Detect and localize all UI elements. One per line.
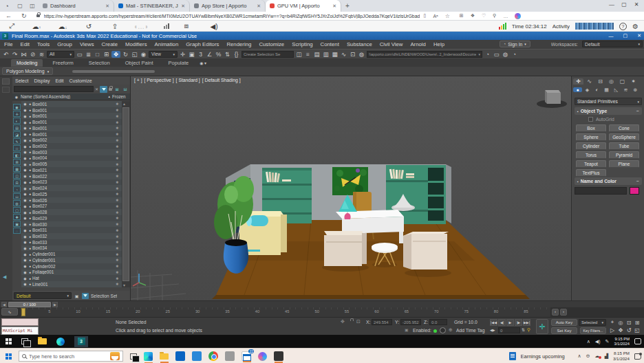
x-coordinate-field[interactable]: 249.554 [372, 319, 392, 325]
list-item[interactable]: ◉ ● Box001 ✱ [21, 107, 122, 113]
selection-set-key-select[interactable]: Selected▾ [579, 319, 606, 326]
workspace-icon[interactable]: ▢ [14, 3, 26, 9]
primitive-button[interactable]: Pyramid [609, 151, 639, 159]
bing-daily-icon[interactable] [110, 352, 120, 360]
tab-close-icon[interactable]: ✕ [105, 3, 109, 9]
menu-item[interactable]: Tools [37, 41, 50, 47]
viewport-scene[interactable] [131, 76, 571, 300]
host-start-button[interactable] [6, 353, 12, 360]
vm-edge-icon[interactable] [56, 338, 65, 346]
toolbar-icon[interactable]: ▥ [321, 51, 330, 58]
visibility-eye-icon[interactable]: ◉ [23, 198, 28, 202]
visibility-eye-icon[interactable]: ◉ [23, 180, 28, 184]
primitive-category-select[interactable]: Standard Primitives ▾ [575, 98, 642, 105]
menu-item[interactable]: Animation [155, 41, 179, 47]
polygon-modeling-panel[interactable]: Polygon Modeling▾ [2, 67, 53, 75]
list-item[interactable]: ◉ ● Line001 ✱ [21, 281, 122, 287]
toolbar-icon[interactable]: ⋈ [19, 51, 28, 58]
host-copilot-icon[interactable] [258, 352, 267, 361]
list-item[interactable]: ◉ ● Box001 ✱ [21, 101, 122, 107]
explorer-tool-icon[interactable]: ◉ [13, 104, 21, 110]
list-item[interactable]: ◉ ● Box002 ✱ [21, 143, 122, 149]
list-item[interactable]: ◉ ● Box001 ✱ [21, 125, 122, 131]
host-printer-icon[interactable] [225, 351, 235, 361]
autogrid-checkbox[interactable] [588, 117, 593, 122]
explorer-tool-icon[interactable]: ◔ [13, 186, 21, 192]
frozen-toggle-icon[interactable]: ✱ [112, 114, 122, 118]
menu-item[interactable]: Civil View [380, 41, 403, 47]
zoom-icon[interactable]: ⌖ [608, 319, 616, 326]
host-file-explorer-icon[interactable] [160, 353, 169, 360]
systems-icon[interactable]: ⊛ [631, 87, 640, 93]
time-slider-thumb[interactable]: 0 / 100 [8, 302, 51, 307]
widgets-headline[interactable]: Earnings upcoming [521, 353, 573, 360]
list-item[interactable]: ◉ ● Cylinder001 ✱ [21, 251, 122, 257]
performance-icon[interactable] [164, 23, 169, 29]
menu-item[interactable]: Arnold [410, 41, 426, 47]
list-item[interactable]: ◉ ● Box025 ✱ [21, 191, 122, 197]
menu-item[interactable]: Graph Editors [186, 41, 219, 47]
pick-parent-icon[interactable]: ⊞ [114, 87, 120, 91]
explorer-column-headers[interactable]: ◉ Name (Sorted Ascending) ▲ Frozen [12, 94, 130, 100]
track-bar-ruler[interactable]: 510152025303540455055606570758085 [21, 307, 550, 317]
url-text[interactable]: https://nv-hyperstream.apporto.com/hyper… [44, 14, 420, 19]
list-item[interactable]: ◉ ● Box021 ✱ [21, 167, 122, 173]
vertical-tabs-icon[interactable]: ◫ [26, 3, 39, 9]
track-bar[interactable]: ∿ 510152025303540455055606570758085 ‹ › [0, 307, 644, 317]
object-name-input[interactable] [575, 187, 627, 195]
filter-funnel-icon[interactable] [100, 86, 107, 93]
refresh-icon[interactable]: ↻ [21, 12, 27, 19]
primitive-button[interactable]: Tube [609, 142, 639, 150]
settings-gear-icon[interactable]: ⚙ [632, 23, 638, 30]
menu-item[interactable]: Group [57, 41, 72, 47]
toolbar-icon[interactable]: ◍ [357, 51, 366, 58]
menu-item[interactable]: File [4, 41, 13, 47]
selection-filter-select[interactable]: All▾ [47, 51, 74, 58]
playback-button[interactable]: |▶ [515, 319, 522, 326]
zoom-all-icon[interactable]: ◎ [616, 320, 625, 326]
enabled-indicator[interactable] [433, 329, 437, 333]
ribbon-tab[interactable]: Object Paint [120, 59, 159, 67]
helpers-icon[interactable]: ◺ [612, 87, 621, 93]
host-teams-icon[interactable]: ⊖ [586, 353, 590, 359]
toolbar-icon[interactable]: ⇅ [223, 51, 232, 58]
field-of-view-icon[interactable]: ▷ [608, 327, 616, 333]
browser-tab[interactable]: GPU VM | Apporto ✕ [266, 0, 341, 12]
visibility-eye-icon[interactable]: ◉ [23, 138, 28, 142]
list-item[interactable]: ◉ ● Hat ✱ [21, 275, 122, 281]
explorer-tool-icon[interactable]: ◧ [13, 152, 21, 158]
max-restore-button[interactable]: ▢ [623, 33, 628, 38]
toolbar-icon[interactable]: ≡ [303, 51, 312, 58]
frozen-toggle-icon[interactable]: ✱ [112, 210, 122, 214]
time-tag-icon[interactable]: ⊕ [449, 327, 453, 333]
list-item[interactable]: ◉ ● Box027 ✱ [21, 203, 122, 209]
fullscreen-icon[interactable]: ⤢ [0, 22, 23, 30]
frozen-toggle-icon[interactable]: ✱ [112, 222, 122, 226]
selection-set-select[interactable]: Default ▾ [14, 292, 72, 299]
list-item[interactable]: ◉ ● Box034 ✱ [21, 245, 122, 252]
list-item[interactable]: ◉ ● Cylinder001 ✱ [21, 257, 122, 263]
explorer-tool-icon[interactable]: ◍ [13, 200, 21, 206]
browser-tab[interactable]: App Store | Apporto ✕ [190, 0, 266, 12]
explorer-tool-icon[interactable]: ◌ [13, 228, 21, 234]
tab-close-icon[interactable]: ✕ [257, 3, 261, 9]
menu-item[interactable]: Customize [259, 41, 284, 47]
key-filters-button[interactable]: Key Filters... [580, 327, 606, 334]
ribbon-tab[interactable]: Selection [83, 59, 116, 67]
visibility-eye-icon[interactable]: ◉ [23, 228, 28, 232]
visibility-eye-icon[interactable]: ◉ [23, 258, 28, 262]
pick-child-icon[interactable]: ⊟ [122, 87, 129, 91]
host-tray-expand-icon[interactable]: ∧ [578, 353, 581, 359]
help-icon[interactable]: ? [619, 23, 627, 30]
frozen-toggle-icon[interactable]: ✱ [112, 240, 122, 244]
toolbar-icon[interactable]: ⊘ [28, 51, 37, 58]
playback-button[interactable]: ◀| [498, 319, 506, 326]
list-item[interactable]: ◉ ● Box031 ✱ [21, 227, 122, 233]
host-photos-icon[interactable] [192, 351, 202, 361]
scroll-up-icon[interactable]: ▴ [123, 101, 125, 106]
visibility-eye-icon[interactable]: ◉ [23, 132, 28, 136]
chat-icon[interactable]: ◖…◗ [128, 23, 154, 30]
toolbar-icon[interactable]: ∿ [339, 51, 348, 58]
toolbar-icon[interactable]: % [214, 51, 223, 58]
primitive-button[interactable]: TextPlus [576, 169, 606, 177]
